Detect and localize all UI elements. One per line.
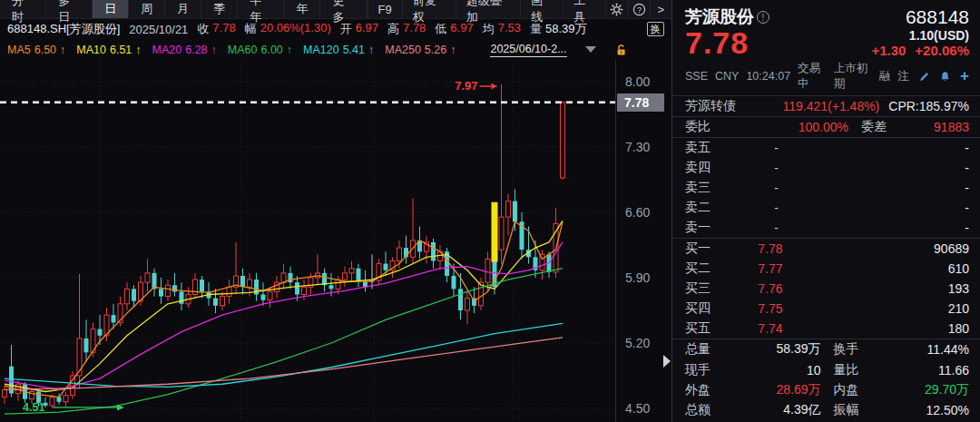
stats-row-amount: 总额4.39亿振幅12.50% <box>672 400 980 420</box>
buy-row-3[interactable]: 买三7.76193 <box>672 279 980 299</box>
tab-daily[interactable]: 日 <box>93 0 129 18</box>
buy2-label: 买二 <box>685 260 758 277</box>
chart-region: 7.974.51 8.007.306.605.905.204.507.78 <box>0 60 671 422</box>
period-tabbar: 分时 多日 日 周 月 季 半年 年 更多 F9 前复权 超级叠加 画线 工具 <box>0 0 671 19</box>
ma60-value: 6.00 <box>260 44 282 56</box>
weibi-value: 100.00% <box>761 120 848 134</box>
buy-row-2[interactable]: 买二7.77610 <box>672 259 980 279</box>
svg-text:?: ? <box>637 5 642 14</box>
sell2-volume: - <box>873 201 969 215</box>
trading-status: 交易中 <box>798 61 827 92</box>
sell1-price: - <box>761 221 873 235</box>
stats-row-volume: 总量58.39万换手11.44% <box>672 339 980 359</box>
last-price: 7.78 <box>685 27 749 58</box>
sell4-label: 卖四 <box>685 160 761 176</box>
tab-duori[interactable]: 多日 <box>46 0 93 18</box>
listing-stage: 上市初期 <box>834 61 872 92</box>
sell1-volume: - <box>873 221 969 235</box>
help-icon[interactable]: ? <box>628 0 650 18</box>
f9-button[interactable]: F9 <box>368 0 402 18</box>
convertible-bond-row[interactable]: 芳源转债 119.421(+1.48%) CPR:185.97% <box>672 96 980 116</box>
ma5-value: 6.50 <box>34 44 56 56</box>
tab-quarterly[interactable]: 季 <box>201 0 238 18</box>
sell3-price: - <box>761 181 873 195</box>
price-axis: 8.007.306.605.905.204.507.78 <box>615 60 671 422</box>
buy1-label: 买一 <box>685 240 758 257</box>
current-lot-value: 10 <box>741 363 821 378</box>
buy5-price: 7.74 <box>758 321 877 336</box>
ma120-label: MA120 <box>303 44 339 56</box>
forward-adjust-button[interactable]: 前复权 <box>402 0 456 18</box>
sell-row-1[interactable]: 卖一-- <box>672 218 980 238</box>
tab-fenshi[interactable]: 分时 <box>0 0 46 18</box>
axis-tick-label: 7.30 <box>625 140 650 154</box>
change-value: 20.06%(1.30) <box>260 21 331 37</box>
turnover-rate-label: 换手 <box>834 341 890 358</box>
inner-volume-value: 29.70万 <box>890 382 970 398</box>
total-amount-value: 4.39亿 <box>741 402 821 418</box>
buy5-volume: 180 <box>877 321 969 336</box>
sell-row-2[interactable]: 卖二-- <box>672 198 980 218</box>
stats-row-lot: 现手10量比11.66 <box>672 359 980 379</box>
outer-volume-label: 外盘 <box>685 382 741 398</box>
buy4-volume: 210 <box>877 301 969 316</box>
price-change: +1.30 <box>871 43 906 58</box>
weibi-row: 委比 100.00% 委差 91883 <box>672 117 980 137</box>
buy2-price: 7.77 <box>758 261 877 276</box>
sell2-label: 卖二 <box>685 200 761 216</box>
buy-row-5[interactable]: 买五7.74180 <box>672 319 980 339</box>
chevron-down-icon[interactable] <box>585 46 596 53</box>
quote-time: 10:24:07 <box>746 70 790 83</box>
tab-more[interactable]: 更多 <box>320 0 367 18</box>
sell3-volume: - <box>873 181 969 195</box>
tools-button[interactable]: 工具 <box>563 0 605 18</box>
panel-collapse-handle[interactable] <box>663 355 671 368</box>
ma120-up-arrow-icon: ↑ <box>368 44 374 56</box>
buy-row-4[interactable]: 买四7.75210 <box>672 299 980 319</box>
volume-label: 量 <box>530 21 542 37</box>
sell-row-5[interactable]: 卖五-- <box>672 138 980 158</box>
svg-text:7.97: 7.97 <box>455 79 477 93</box>
ma10-value: 6.51 <box>110 44 132 56</box>
volume-ratio-value: 11.66 <box>890 363 970 378</box>
low-label: 低 <box>435 21 446 37</box>
sell-row-4[interactable]: 卖四-- <box>672 158 980 178</box>
chart-pane: 分时 多日 日 周 月 季 半年 年 更多 F9 前复权 超级叠加 画线 工具 <box>0 0 671 422</box>
open-value: 6.97 <box>356 21 378 37</box>
unlock-icon[interactable] <box>616 44 628 56</box>
ohlc-infobar: 688148.SH[芳源股份] 2025/10/21 收7.78 幅20.06%… <box>0 19 671 39</box>
axis-tick-label: 8.00 <box>625 74 650 89</box>
ma20-label: MA20 <box>152 44 182 56</box>
trading-terminal-window: 分时 多日 日 周 月 季 半年 年 更多 F9 前复权 超级叠加 画线 工具 <box>0 0 980 422</box>
gear-icon[interactable] <box>605 0 627 18</box>
buy4-price: 7.75 <box>758 301 877 316</box>
alert-bell-icon[interactable] <box>939 71 951 83</box>
info-circle-icon[interactable]: ! <box>757 11 769 24</box>
candlestick-chart[interactable]: 7.974.51 <box>0 60 615 422</box>
draw-line-button[interactable]: 画线 <box>520 0 563 18</box>
tab-monthly[interactable]: 月 <box>165 0 201 18</box>
note-tag[interactable]: 注 <box>898 69 910 84</box>
ma120-value: 5.41 <box>343 44 365 56</box>
ma250-label: MA250 <box>385 44 421 56</box>
date-range-selector[interactable]: 2025/06/10-2... <box>490 43 566 57</box>
sell4-volume: - <box>873 161 969 175</box>
add-to-watchlist-icon[interactable]: + <box>960 71 969 82</box>
turnover-rate-value: 11.44% <box>890 342 970 357</box>
ma250-value: 5.26 <box>425 44 446 56</box>
close-label: 收 <box>197 21 209 37</box>
super-overlay-button[interactable]: 超级叠加 <box>456 0 520 18</box>
sell-row-3[interactable]: 卖三-- <box>672 178 980 198</box>
high-value: 7.78 <box>403 21 426 37</box>
toolbar-chevron-right-icon[interactable]: > <box>650 0 671 18</box>
switch-button[interactable]: 换 <box>647 22 665 36</box>
tab-yearly[interactable]: 年 <box>284 0 320 18</box>
edit-pencil-icon[interactable] <box>918 71 930 83</box>
buy-row-1[interactable]: 买一7.7890689 <box>672 239 980 259</box>
amplitude-label: 振幅 <box>834 402 890 418</box>
tab-weekly[interactable]: 周 <box>129 0 165 18</box>
ma10-up-arrow-icon: ↑ <box>135 44 141 56</box>
tab-halfyear[interactable]: 半年 <box>238 0 284 18</box>
sell4-price: - <box>761 161 873 175</box>
margin-tag[interactable]: 融 <box>879 69 891 84</box>
